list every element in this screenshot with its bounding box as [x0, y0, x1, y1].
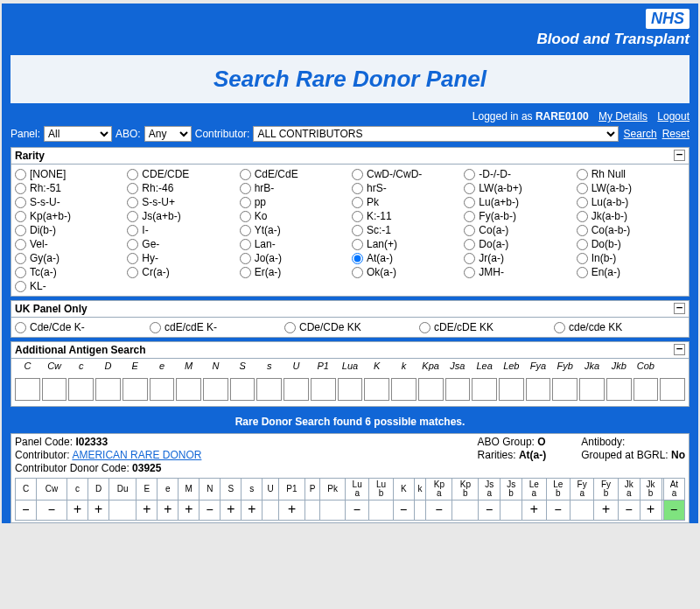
antigen-input[interactable]: [256, 378, 282, 401]
uk-option[interactable]: Cde/Cde K-: [15, 321, 146, 333]
uk-option[interactable]: cdE/cdE K-: [150, 321, 281, 333]
rarity-option[interactable]: Ok(a-): [352, 266, 460, 278]
rarity-option[interactable]: KL-: [15, 280, 123, 292]
antigen-input[interactable]: [42, 378, 67, 401]
rarity-option[interactable]: Do(b-): [577, 238, 685, 250]
rarity-option[interactable]: Tc(a-): [15, 266, 123, 278]
rarity-option[interactable]: Sc:-1: [352, 224, 460, 236]
abo-select[interactable]: Any: [144, 126, 192, 142]
uk-option[interactable]: cde/cde KK: [554, 321, 685, 333]
antigen-input[interactable]: [552, 378, 578, 401]
antigen-input[interactable]: [176, 378, 201, 401]
result-col-header: Lea: [522, 479, 546, 500]
rarity-option[interactable]: Ko: [240, 210, 348, 222]
rarity-option[interactable]: Di(b-): [15, 224, 123, 236]
result-cell: +: [66, 500, 88, 521]
rarity-option[interactable]: S-s-U-: [15, 196, 123, 208]
rarity-option[interactable]: JMH-: [464, 266, 572, 278]
rarity-option[interactable]: Jo(a-): [240, 252, 348, 264]
antigen-input[interactable]: [338, 378, 363, 401]
antigen-input[interactable]: [15, 378, 40, 401]
logout-link[interactable]: Logout: [657, 110, 690, 122]
rarity-option[interactable]: Rh:-46: [127, 182, 235, 194]
antigen-input[interactable]: [499, 378, 524, 401]
antigen-input[interactable]: [472, 378, 497, 401]
contributor-link[interactable]: AMERICAN RARE DONOR: [72, 449, 201, 461]
rarity-option[interactable]: Lan(+): [352, 238, 460, 250]
antigen-input[interactable]: [418, 378, 444, 401]
rarity-option[interactable]: Js(a+b-): [127, 210, 235, 222]
rarity-option[interactable]: LW(a-b-): [577, 182, 685, 194]
antigen-input[interactable]: [203, 378, 228, 401]
antigen-input[interactable]: [364, 378, 389, 401]
rarity-option[interactable]: Jr(a-): [464, 252, 572, 264]
antigen-input[interactable]: [68, 378, 94, 401]
rarity-option[interactable]: Hy-: [127, 252, 235, 264]
antigen-input[interactable]: [95, 378, 121, 401]
rarity-option[interactable]: Lan-: [240, 238, 348, 250]
result-cell: +: [278, 500, 304, 521]
rarity-option[interactable]: Ge-: [127, 238, 235, 250]
rarity-option[interactable]: CDE/CDE: [127, 168, 235, 180]
antigen-input[interactable]: [634, 378, 659, 401]
result-col-header: M: [178, 479, 200, 500]
reset-link[interactable]: Reset: [662, 128, 690, 140]
collapse-icon[interactable]: –: [674, 150, 685, 161]
search-link[interactable]: Search: [624, 128, 657, 140]
rarity-option[interactable]: Kp(a+b-): [15, 210, 123, 222]
user-row: Logged in as RARE0100 My Details Logout: [2, 108, 698, 126]
result-cell: –: [393, 500, 414, 521]
rarity-option[interactable]: Do(a-): [464, 238, 572, 250]
antigen-input[interactable]: [391, 378, 416, 401]
rarity-option[interactable]: Yt(a-): [240, 224, 348, 236]
rarity-option[interactable]: Er(a-): [240, 266, 348, 278]
rarity-option[interactable]: hrS-: [352, 182, 460, 194]
contributor-select[interactable]: ALL CONTRIBUTORS: [253, 126, 618, 142]
rarity-option[interactable]: Jk(a-b-): [577, 210, 685, 222]
rarity-option[interactable]: K:-11: [352, 210, 460, 222]
rarity-option[interactable]: CdE/CdE: [240, 168, 348, 180]
rarity-option[interactable]: Rh Null: [577, 168, 685, 180]
rarity-option[interactable]: Rh:-51: [15, 182, 123, 194]
antigen-panel: Additional Antigen Search– CCwcDEeMNSsUP…: [10, 341, 690, 407]
rarity-option[interactable]: In(b-): [577, 252, 685, 264]
rarity-option[interactable]: At(a-): [352, 252, 460, 264]
antigen-input[interactable]: [122, 378, 148, 401]
antigen-input[interactable]: [526, 378, 551, 401]
rarity-option[interactable]: Pk: [352, 196, 460, 208]
rarity-option[interactable]: LW(a-b+): [464, 182, 572, 194]
rarity-option[interactable]: [NONE]: [15, 168, 123, 180]
antigen-input[interactable]: [579, 378, 605, 401]
rarity-option[interactable]: Lu(a-b-): [577, 196, 685, 208]
rarity-option[interactable]: -D-/-D-: [464, 168, 572, 180]
antigen-col-label: Leb: [499, 360, 524, 371]
rarity-option[interactable]: hrB-: [240, 182, 348, 194]
uk-option[interactable]: cDE/cDE KK: [419, 321, 550, 333]
result-col-header: K: [393, 479, 414, 500]
collapse-icon[interactable]: –: [674, 344, 685, 355]
rarity-option[interactable]: Fy(a-b-): [464, 210, 572, 222]
panel-select[interactable]: All: [44, 126, 112, 142]
antigen-input[interactable]: [445, 378, 471, 401]
rarity-option[interactable]: Co(a-b-): [577, 224, 685, 236]
rarity-option[interactable]: Co(a-): [464, 224, 572, 236]
rarity-option[interactable]: pp: [240, 196, 348, 208]
result-cell: +: [242, 500, 262, 521]
rarity-option[interactable]: Vel-: [15, 238, 123, 250]
antigen-input[interactable]: [606, 378, 632, 401]
rarity-option[interactable]: I-: [127, 224, 235, 236]
antigen-input[interactable]: [311, 378, 336, 401]
rarity-option[interactable]: Cr(a-): [127, 266, 235, 278]
antigen-input[interactable]: [230, 378, 256, 401]
antigen-input[interactable]: [660, 378, 685, 401]
uk-option[interactable]: CDe/CDe KK: [284, 321, 416, 333]
rarity-option[interactable]: CwD-/CwD-: [352, 168, 460, 180]
antigen-input[interactable]: [150, 378, 175, 401]
my-details-link[interactable]: My Details: [598, 110, 648, 122]
rarity-option[interactable]: S-s-U+: [127, 196, 235, 208]
rarity-option[interactable]: En(a-): [577, 266, 685, 278]
rarity-option[interactable]: Lu(a+b-): [464, 196, 572, 208]
collapse-icon[interactable]: –: [674, 303, 685, 314]
rarity-option[interactable]: Gy(a-): [15, 252, 123, 264]
antigen-input[interactable]: [284, 378, 309, 401]
